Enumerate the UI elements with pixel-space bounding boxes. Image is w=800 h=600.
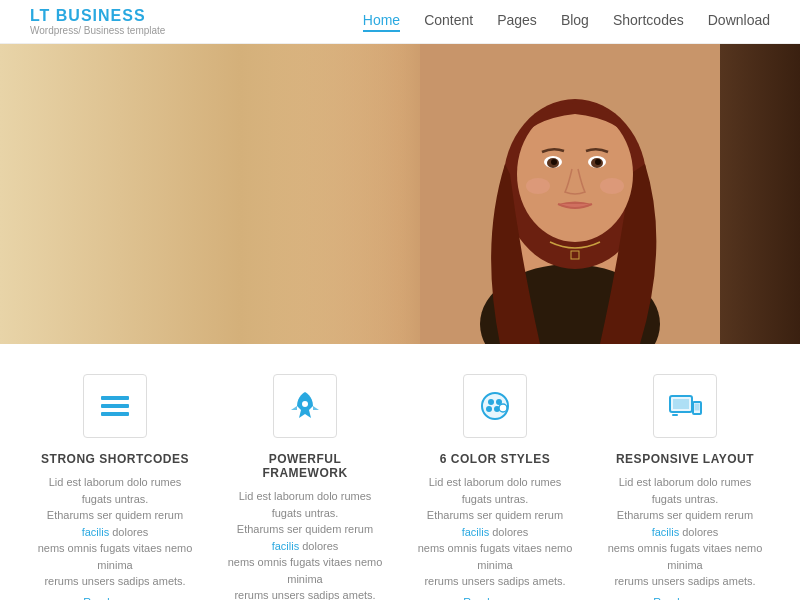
colors-icon-box (463, 374, 527, 438)
svg-rect-15 (101, 396, 129, 400)
responsive-title: RESPONSIVE LAYOUT (616, 452, 754, 466)
feature-shortcodes: STRONG SHORTCODES Lid est laborum dolo r… (20, 374, 210, 600)
feature-colors: 6 COLOR STYLES Lid est laborum dolo rume… (400, 374, 590, 600)
palette-icon (477, 388, 513, 424)
logo-area: LT BUSINESS Wordpress/ Business template (30, 7, 165, 36)
nav-content[interactable]: Content (424, 12, 473, 32)
hero-image (420, 44, 720, 344)
nav-blog[interactable]: Blog (561, 12, 589, 32)
framework-icon-box (273, 374, 337, 438)
feature-framework: POWERFUL FRAMEWORK Lid est laborum dolo … (210, 374, 400, 600)
header: LT BUSINESS Wordpress/ Business template… (0, 0, 800, 44)
rocket-icon (287, 388, 323, 424)
svg-rect-26 (673, 399, 689, 409)
shortcodes-icon-box (83, 374, 147, 438)
colors-title: 6 COLOR STYLES (440, 452, 550, 466)
svg-point-22 (486, 406, 492, 412)
nav-pages[interactable]: Pages (497, 12, 537, 32)
shortcodes-readmore[interactable]: Read more... (83, 596, 147, 601)
svg-rect-28 (695, 404, 700, 411)
svg-point-5 (517, 106, 633, 242)
svg-rect-16 (101, 404, 129, 408)
framework-text: Lid est laborum dolo rumes fugats untras… (225, 488, 385, 600)
responsive-text: Lid est laborum dolo rumes fugats untras… (605, 474, 765, 590)
responsive-readmore[interactable]: Read more... (653, 596, 717, 601)
logo-subtitle: Wordpress/ Business template (30, 25, 165, 36)
lines-icon (97, 388, 133, 424)
responsive-icon-box (653, 374, 717, 438)
svg-point-13 (600, 178, 624, 194)
svg-rect-29 (672, 414, 678, 416)
svg-point-12 (526, 178, 550, 194)
logo-title: LT BUSINESS (30, 7, 165, 25)
svg-point-10 (551, 159, 557, 165)
colors-readmore[interactable]: Read more... (463, 596, 527, 601)
nav-download[interactable]: Download (708, 12, 770, 32)
svg-point-18 (302, 401, 308, 407)
responsive-icon (667, 388, 703, 424)
colors-text: Lid est laborum dolo rumes fugats untras… (415, 474, 575, 590)
shortcodes-text: Lid est laborum dolo rumes fugats untras… (35, 474, 195, 590)
main-nav: Home Content Pages Blog Shortcodes Downl… (363, 12, 770, 32)
svg-point-24 (499, 404, 507, 412)
svg-point-11 (595, 159, 601, 165)
features-section: STRONG SHORTCODES Lid est laborum dolo r… (0, 344, 800, 600)
shortcodes-title: STRONG SHORTCODES (41, 452, 189, 466)
svg-point-20 (488, 399, 494, 405)
nav-home[interactable]: Home (363, 12, 400, 32)
framework-title: POWERFUL FRAMEWORK (225, 452, 385, 480)
nav-shortcodes[interactable]: Shortcodes (613, 12, 684, 32)
hero-section (0, 44, 800, 344)
feature-responsive: RESPONSIVE LAYOUT Lid est laborum dolo r… (590, 374, 780, 600)
svg-rect-17 (101, 412, 129, 416)
